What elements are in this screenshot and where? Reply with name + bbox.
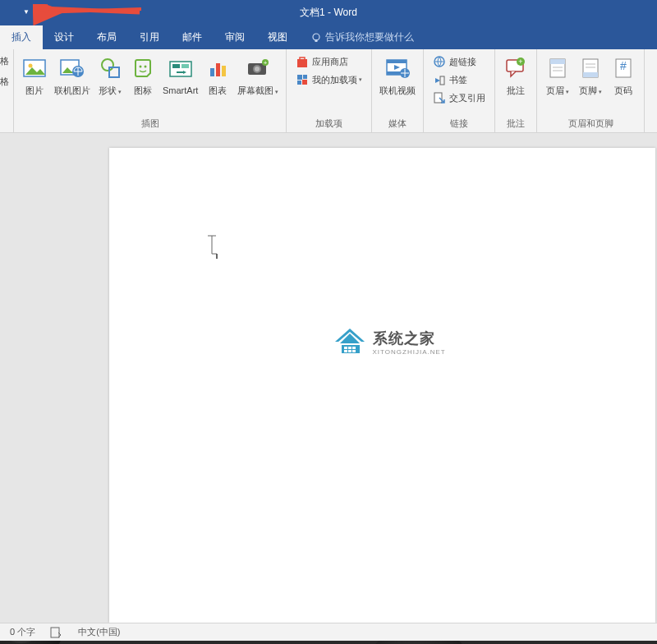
language-status[interactable]: 中文(中国) xyxy=(78,626,120,638)
table-partial-label[interactable]: 格 xyxy=(0,55,9,67)
svg-point-7 xyxy=(102,59,113,71)
svg-point-9 xyxy=(140,66,142,68)
text-cursor xyxy=(206,234,223,259)
svg-rect-52 xyxy=(344,347,347,349)
svg-rect-42 xyxy=(583,72,598,77)
addins-icon xyxy=(296,73,309,86)
smartart-button[interactable]: SmartArt xyxy=(159,52,201,98)
online-video-button[interactable]: 联机视频 xyxy=(376,52,419,98)
group-label-links: 链接 xyxy=(428,116,490,132)
footer-button[interactable]: 页脚▾ xyxy=(574,52,607,98)
tab-review[interactable]: 审阅 xyxy=(214,25,256,49)
footer-icon xyxy=(581,57,600,80)
chevron-down-icon: ▾ xyxy=(359,76,362,83)
svg-point-10 xyxy=(145,66,147,68)
crossref-icon xyxy=(433,91,446,104)
chevron-down-icon: ▾ xyxy=(118,89,122,94)
svg-rect-14 xyxy=(210,68,214,76)
chevron-down-icon: ▾ xyxy=(566,89,569,94)
svg-rect-24 xyxy=(303,75,307,79)
comment-button[interactable]: + 批注 xyxy=(499,52,532,98)
tell-me-search[interactable]: 告诉我你想要做什么 xyxy=(306,25,419,49)
icons-button[interactable]: 图标 xyxy=(126,52,159,98)
pictures-button[interactable]: 图片 xyxy=(18,52,51,98)
shapes-button[interactable]: 形状▾ xyxy=(94,52,126,98)
taskbar-background-image xyxy=(0,641,657,644)
svg-rect-53 xyxy=(348,347,351,349)
svg-rect-54 xyxy=(352,347,356,349)
chart-icon xyxy=(207,57,228,80)
svg-point-4 xyxy=(29,64,33,68)
online-pictures-button[interactable]: 联机图片 xyxy=(51,52,94,98)
chart-button[interactable]: 图表 xyxy=(201,52,234,98)
tab-layout[interactable]: 布局 xyxy=(85,25,128,49)
cross-reference-button[interactable]: 交叉引用 xyxy=(431,90,487,106)
ribbon: 格 格 图片 联机图片 形状▾ 图标 S xyxy=(0,49,657,133)
sticker-icon xyxy=(132,57,154,80)
page-number-button[interactable]: # 页码 xyxy=(607,52,640,98)
tab-references[interactable]: 引用 xyxy=(128,25,171,49)
svg-rect-57 xyxy=(352,350,356,352)
svg-rect-56 xyxy=(348,350,351,352)
online-picture-icon xyxy=(60,57,85,80)
svg-point-1 xyxy=(313,34,319,40)
house-icon xyxy=(333,327,366,356)
group-label-addins: 加载项 xyxy=(291,116,367,132)
shapes-icon xyxy=(99,57,121,80)
svg-rect-16 xyxy=(222,66,226,76)
window-title: 文档1 - Word xyxy=(300,6,357,20)
store-icon xyxy=(296,55,309,68)
store-button[interactable]: 应用商店 xyxy=(294,53,364,70)
svg-text:+: + xyxy=(519,58,523,66)
svg-rect-13 xyxy=(181,64,189,68)
svg-rect-22 xyxy=(297,59,307,67)
bookmark-button[interactable]: 书签 xyxy=(431,71,487,88)
table-partial-label2[interactable]: 格 xyxy=(0,76,9,88)
picture-icon xyxy=(22,57,47,80)
svg-rect-58 xyxy=(51,628,59,637)
svg-rect-23 xyxy=(297,75,302,80)
tab-mailings[interactable]: 邮件 xyxy=(171,25,214,49)
svg-rect-55 xyxy=(344,350,347,352)
header-button[interactable]: 页眉▾ xyxy=(541,52,574,98)
svg-rect-15 xyxy=(216,63,220,76)
svg-rect-26 xyxy=(302,80,307,85)
group-label-illustrations: 插图 xyxy=(18,116,282,132)
svg-rect-33 xyxy=(434,93,442,103)
watermark-title: 系统之家 xyxy=(373,329,446,348)
svg-rect-38 xyxy=(550,59,565,64)
svg-rect-28 xyxy=(387,60,407,63)
group-label-headerfooter: 页眉和页脚 xyxy=(541,116,640,132)
spell-check-icon[interactable] xyxy=(50,627,63,638)
svg-rect-32 xyxy=(440,76,444,85)
video-icon xyxy=(385,57,410,80)
svg-rect-25 xyxy=(297,80,301,85)
screenshot-icon: + xyxy=(246,57,270,80)
svg-point-19 xyxy=(255,67,260,71)
tab-view[interactable]: 视图 xyxy=(256,25,299,49)
lightbulb-icon xyxy=(310,32,322,44)
word-count[interactable]: 0 个字 xyxy=(10,626,35,638)
smartart-icon xyxy=(168,57,193,80)
group-label-media: 媒体 xyxy=(376,116,419,132)
screenshot-button[interactable]: + 屏幕截图▾ xyxy=(234,52,282,98)
hyperlink-button[interactable]: 超链接 xyxy=(431,53,487,70)
svg-text:+: + xyxy=(264,59,268,67)
ribbon-tabs: 插入 设计 布局 引用 邮件 审阅 视图 告诉我你想要做什么 xyxy=(0,25,657,49)
chevron-down-icon: ▾ xyxy=(275,89,278,94)
group-label-comments: 批注 xyxy=(499,116,532,132)
my-addins-button[interactable]: 我的加载项 ▾ xyxy=(294,71,364,88)
svg-text:#: # xyxy=(621,59,627,72)
tab-insert[interactable]: 插入 xyxy=(0,25,43,49)
watermark-logo: 系统之家 XITONGZHIJIA.NET xyxy=(333,327,446,356)
status-bar: 0 个字 中文(中国) xyxy=(0,623,657,641)
tab-design[interactable]: 设计 xyxy=(43,25,85,49)
link-icon xyxy=(433,55,446,68)
document-page[interactable]: 系统之家 XITONGZHIJIA.NET xyxy=(109,148,655,623)
bookmark-icon xyxy=(433,73,446,86)
document-area[interactable]: 系统之家 XITONGZHIJIA.NET xyxy=(0,133,657,623)
customize-quick-access-icon[interactable]: ▼ xyxy=(23,8,30,16)
watermark-subtitle: XITONGZHIJIA.NET xyxy=(373,348,446,356)
page-number-icon: # xyxy=(613,57,633,80)
header-icon xyxy=(548,57,567,80)
